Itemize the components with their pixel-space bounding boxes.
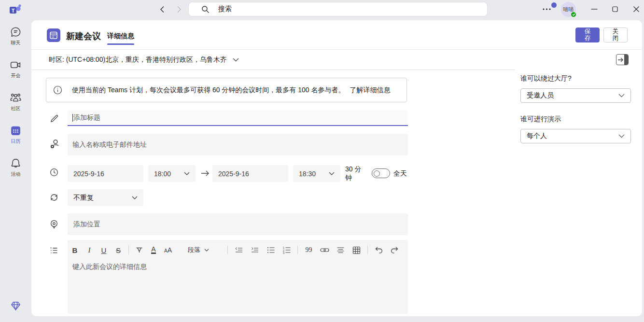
meeting-notes-editor[interactable]: B I U S A AA 段落 12: [68, 240, 408, 314]
info-banner: 使用当前的 Teams 计划，每次会议最多可获得 60 分钟的会议时间，最多有 …: [46, 78, 407, 102]
svg-text:T: T: [12, 8, 15, 14]
meeting-title-input[interactable]: 添加标题: [68, 110, 408, 126]
sidebar-item-label: 开会: [11, 72, 21, 79]
quote-button[interactable]: 99: [301, 244, 317, 256]
new-meeting-dialog: 新建会议 详细信息 保存 关闭 时区: (UTC+08:00)北京，重庆，香港特…: [31, 20, 642, 316]
titlebar: T 搜索 喵喵: [0, 0, 644, 20]
font-color-button[interactable]: A: [146, 244, 161, 256]
search-input[interactable]: 搜索: [188, 2, 488, 16]
collapse-panel-button[interactable]: [616, 54, 629, 65]
info-text: 使用当前的 Teams 计划，每次会议最多可获得 60 分钟的会议时间，最多有 …: [72, 86, 345, 95]
forward-button[interactable]: [175, 5, 183, 14]
minimize-button[interactable]: [590, 5, 598, 13]
location-input[interactable]: 添加位置: [68, 213, 408, 235]
start-date-input[interactable]: 2025-9-16: [68, 165, 143, 182]
add-person-icon: [50, 139, 60, 149]
notes-placeholder: 键入此新会议的详细信息: [72, 263, 408, 271]
chevron-down-icon: [329, 172, 335, 175]
toolbar-divider: [128, 246, 129, 254]
bullet-list-button[interactable]: [263, 244, 279, 256]
close-button[interactable]: 关闭: [603, 28, 628, 42]
tab-underline: [107, 43, 134, 45]
end-date-input[interactable]: 2025-9-16: [212, 165, 288, 182]
save-button[interactable]: 保存: [575, 28, 600, 42]
all-day-toggle[interactable]: [372, 168, 390, 178]
duration-label: 30 分钟: [345, 165, 364, 182]
premium-gem-icon[interactable]: [10, 300, 21, 311]
sidebar-item-community[interactable]: 社区: [0, 92, 31, 122]
repeat-icon: [50, 193, 58, 202]
agenda-list-icon: [50, 246, 58, 255]
strikethrough-button[interactable]: S: [111, 244, 126, 256]
chat-icon: [10, 26, 22, 38]
font-size-button[interactable]: AA: [161, 244, 175, 256]
highlight-button[interactable]: [132, 244, 146, 256]
location-row: 添加位置: [31, 213, 642, 235]
calendar-icon: [10, 125, 22, 137]
link-button[interactable]: [317, 244, 333, 256]
sidebar-item-chat[interactable]: 聊天: [0, 26, 31, 56]
close-window-button[interactable]: [632, 5, 640, 13]
sidebar-item-label: 聊天: [11, 40, 21, 46]
back-button[interactable]: [158, 5, 167, 14]
underline-button[interactable]: U: [97, 244, 111, 256]
undo-button[interactable]: [371, 244, 387, 256]
repeat-dropdown[interactable]: 不重复: [68, 189, 143, 206]
bold-button[interactable]: B: [68, 244, 82, 256]
notification-badge: [551, 2, 557, 8]
sidebar-item-label: 社区: [11, 105, 21, 112]
chevron-down-icon: [618, 134, 625, 138]
attendees-input[interactable]: 输入名称或电子邮件地址: [68, 134, 408, 155]
end-time-dropdown[interactable]: 18:30: [293, 165, 340, 182]
chevron-down-icon: [204, 249, 209, 252]
lobby-label: 谁可以绕过大厅?: [520, 74, 572, 83]
people-icon: [10, 92, 22, 104]
panel-bar: [624, 55, 628, 65]
clock-icon: [50, 168, 58, 177]
tab-details[interactable]: 详细信息: [107, 32, 134, 41]
toolbar-divider: [227, 246, 228, 254]
repeat-row: 不重复: [31, 189, 642, 206]
chevron-down-icon: [233, 58, 239, 62]
info-link[interactable]: 了解详细信息: [350, 86, 391, 95]
lobby-dropdown[interactable]: 受邀人员: [520, 88, 631, 103]
chevron-down-icon: [184, 172, 190, 175]
italic-button[interactable]: I: [82, 244, 97, 256]
toolbar-divider: [367, 246, 368, 254]
sidebar-item-calendar[interactable]: 日历: [0, 125, 31, 154]
numbered-list-button[interactable]: 123: [279, 244, 294, 256]
meeting-calendar-icon: [47, 28, 60, 42]
arrow-right-icon: [200, 169, 210, 177]
presenter-label: 谁可进行演示: [520, 115, 561, 124]
align-button[interactable]: [333, 244, 349, 256]
toolbar-divider: [297, 246, 298, 254]
redo-button[interactable]: [387, 244, 403, 256]
sidebar-item-label: 活动: [11, 171, 21, 178]
teams-logo-icon: T: [9, 3, 22, 17]
svg-text:3: 3: [283, 252, 284, 254]
app-sidebar: 聊天 开会 社区 日历 活动: [0, 20, 31, 322]
more-options-icon[interactable]: [543, 8, 551, 11]
sidebar-item-meet[interactable]: 开会: [0, 59, 31, 89]
location-pin-icon: [50, 220, 58, 229]
sidebar-item-label: 日历: [11, 138, 21, 145]
sidebar-item-activity[interactable]: 活动: [0, 157, 31, 187]
chevron-down-icon: [618, 94, 625, 98]
title-placeholder: 添加标题: [73, 113, 100, 122]
video-camera-icon: [10, 59, 22, 71]
search-placeholder: 搜索: [218, 5, 232, 14]
table-button[interactable]: [349, 244, 364, 256]
maximize-button[interactable]: [611, 5, 619, 13]
start-time-dropdown[interactable]: 18:00: [148, 165, 196, 182]
presence-available-icon: [571, 12, 576, 17]
text-caret: [72, 114, 73, 122]
paragraph-dropdown[interactable]: 段落: [184, 244, 213, 256]
toggle-knob: [374, 170, 380, 177]
indent-button[interactable]: [247, 244, 263, 256]
search-icon: [201, 5, 210, 14]
timezone-selector[interactable]: 时区: (UTC+08:00)北京，重庆，香港特别行政区，乌鲁木齐: [31, 50, 515, 70]
presenter-dropdown[interactable]: 每个人: [520, 129, 631, 143]
datetime-row: 2025-9-16 18:00 2025-9-16 18:30 30 分钟 全天: [31, 165, 642, 182]
outdent-button[interactable]: [231, 244, 247, 256]
bell-icon: [10, 157, 22, 169]
